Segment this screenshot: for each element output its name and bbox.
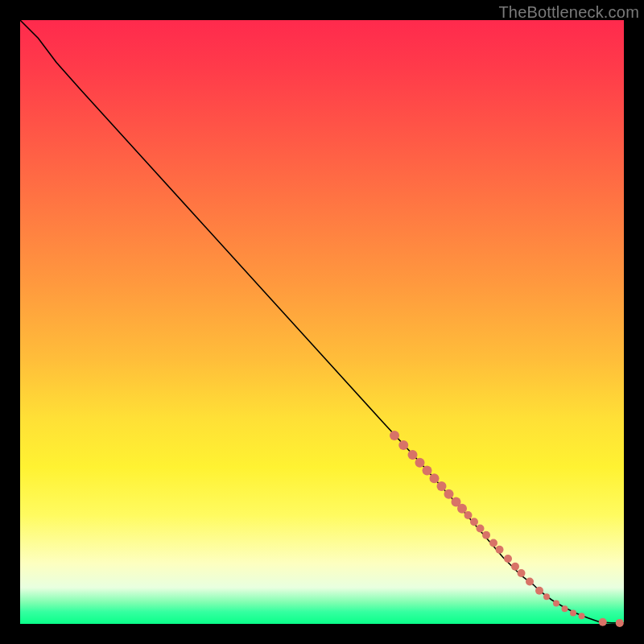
data-marker [543, 593, 550, 600]
data-marker [477, 525, 485, 533]
data-marker [570, 610, 576, 617]
data-marker [444, 489, 454, 499]
data-marker [390, 431, 399, 440]
data-marker [457, 504, 467, 514]
data-marker [579, 613, 585, 619]
data-marker [398, 440, 408, 450]
data-marker [511, 563, 519, 571]
bottleneck-curve [20, 20, 624, 623]
data-marker [518, 569, 526, 577]
marker-group [390, 431, 624, 627]
data-marker [415, 458, 425, 468]
data-marker [526, 578, 534, 586]
data-marker [504, 555, 512, 563]
data-marker [464, 511, 473, 519]
chart-svg [20, 20, 624, 624]
attribution-text: TheBottleneck.com [498, 3, 639, 22]
plot-area [20, 20, 624, 624]
data-marker [599, 618, 607, 626]
data-marker [489, 539, 497, 547]
data-marker [437, 481, 447, 491]
data-marker [562, 605, 568, 612]
data-marker [430, 473, 440, 483]
data-marker [553, 601, 559, 607]
data-marker [535, 587, 543, 595]
data-marker [496, 546, 504, 554]
data-marker [408, 450, 418, 460]
data-marker [470, 518, 478, 526]
data-marker [482, 531, 490, 539]
data-marker [423, 466, 432, 476]
data-marker [616, 619, 624, 627]
chart-stage: TheBottleneck.com [0, 0, 644, 644]
